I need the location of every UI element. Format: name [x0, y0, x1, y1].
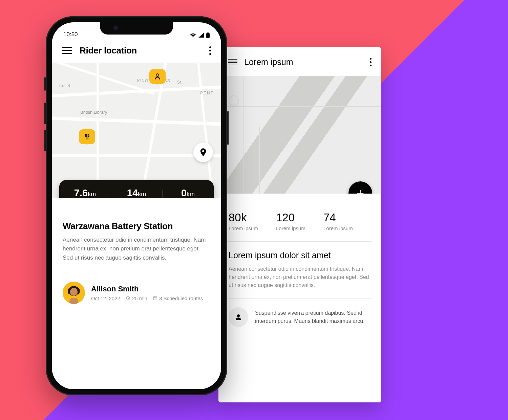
svg-rect-8 [69, 298, 78, 304]
status-time: 10:50 [63, 31, 78, 38]
menu-icon[interactable] [228, 59, 237, 66]
page-title: Rider location [80, 45, 209, 56]
battery-icon [206, 32, 210, 38]
rider-avatar [63, 282, 85, 304]
more-icon[interactable] [370, 58, 372, 66]
section: Lorem ipsum dolor sit amet Aenean consec… [218, 242, 381, 298]
rider-routes: 3 Scheduled routes [153, 295, 203, 301]
stat-value: 0km [162, 187, 214, 198]
svg-point-2 [237, 314, 240, 317]
rider-info: Allison Smith Oct 12, 2022 25 min 3 Sche… [91, 285, 203, 301]
section-description: Aenean consectetur odio in condimentum t… [229, 265, 371, 289]
stat-sport[interactable]: 0km Sport [162, 187, 214, 198]
app-bar: Lorem ipsum [218, 47, 381, 76]
svg-rect-10 [153, 297, 157, 300]
stat-value: 14km [111, 187, 162, 198]
map-marker-food[interactable] [79, 129, 95, 144]
svg-point-5 [156, 74, 159, 76]
person-icon [153, 72, 162, 81]
stat-label: Lorem ipsum [229, 225, 276, 231]
stat-item: 80k Lorem ipsum [229, 211, 276, 231]
clock-icon [126, 296, 130, 301]
map-view[interactable]: ton St KING'S CROSS St PENT British Libr… [52, 63, 221, 198]
svg-rect-4 [206, 33, 210, 38]
station-description: Aenean consectetur odio in condimentum t… [63, 236, 210, 262]
svg-point-7 [70, 288, 78, 296]
page-title: Lorem ipsum [244, 57, 370, 67]
avatar-placeholder [229, 307, 248, 327]
locate-button[interactable] [193, 142, 213, 162]
stat-label: Lorem ipsum [276, 225, 323, 231]
stat-label: Lorem ipsum [323, 225, 371, 231]
stat-item: 74 Lorem ipsum [323, 211, 371, 231]
stat-value: 7.6km [59, 187, 111, 198]
secondary-phone-screen: Lorem ipsum 80k Lorem ipsum 120 Lorem ip… [218, 47, 381, 402]
stat-ride[interactable]: 14km Ride [111, 187, 162, 198]
fork-knife-icon [83, 133, 91, 140]
stat-item: 120 Lorem ipsum [276, 211, 323, 231]
primary-phone-screen: 10:50 Rider location ton St KING'S CROSS… [52, 22, 221, 389]
pin-icon [198, 148, 208, 157]
phone-device-frame: 10:50 Rider location ton St KING'S CROSS… [46, 16, 227, 395]
map-label-street: ton St [59, 83, 72, 88]
svg-rect-3 [207, 32, 209, 33]
stat-eco[interactable]: 7.6km Eco [59, 187, 111, 198]
menu-icon[interactable] [62, 47, 72, 54]
person-icon [234, 313, 242, 321]
rider-name: Allison Smith [91, 285, 203, 293]
app-bar: Rider location [52, 39, 221, 63]
more-icon[interactable] [209, 46, 211, 55]
wifi-icon [190, 33, 196, 38]
rider-date: Oct 12, 2022 [91, 295, 120, 301]
rider-duration: 25 min [126, 295, 147, 301]
signal-icon [198, 33, 204, 38]
stats-row: 80k Lorem ipsum 120 Lorem ipsum 74 Lorem… [218, 194, 381, 241]
rider-meta: Oct 12, 2022 25 min 3 Scheduled routes [91, 295, 203, 301]
plus-icon [356, 189, 365, 194]
list-item-text: Suspendisse viverra pretium dapibus. Sed… [255, 309, 371, 325]
section-title: Lorem ipsum dolor sit amet [229, 250, 371, 260]
calendar-icon [153, 296, 157, 301]
map-view[interactable] [218, 76, 381, 194]
map-marker-rider[interactable] [149, 69, 166, 84]
station-title: Warzawana Battery Station [63, 221, 210, 231]
divider [63, 272, 210, 272]
map-label-pent: PENT [200, 91, 214, 95]
stat-value: 120 [276, 211, 323, 224]
content-section: Warzawana Battery Station Aenean consect… [52, 198, 221, 311]
stat-value: 80k [229, 211, 276, 224]
device-notch [100, 22, 173, 35]
map-label-british-library: British Library [80, 110, 107, 115]
rider-row[interactable]: Allison Smith Oct 12, 2022 25 min 3 Sche… [63, 282, 210, 311]
map-label-street: St [177, 80, 182, 85]
stats-card: 7.6km Eco 14km Ride 0km Sport [59, 180, 214, 198]
stat-value: 74 [323, 211, 371, 224]
list-item[interactable]: Suspendisse viverra pretium dapibus. Sed… [218, 299, 381, 336]
